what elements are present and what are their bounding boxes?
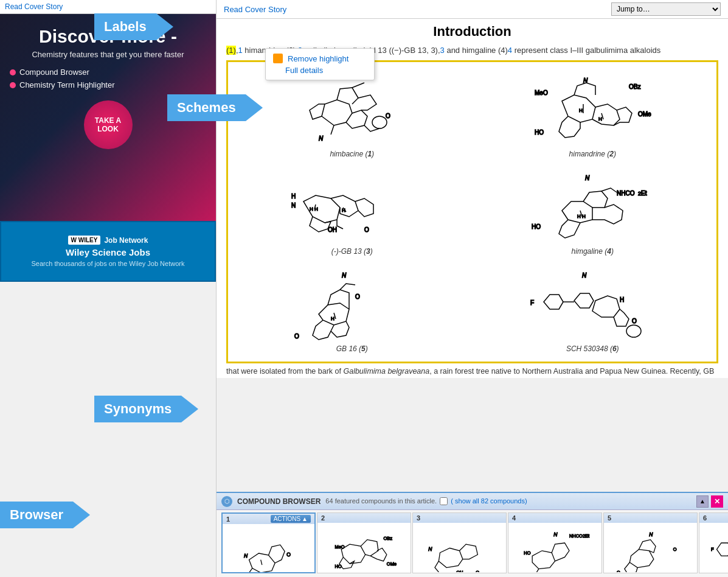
svg-text:O: O: [364, 226, 369, 233]
actions-arrow-1: ▲: [302, 516, 308, 522]
remove-highlight-label[interactable]: Remove highlight: [288, 54, 348, 63]
compound-card-4-header: 4: [508, 513, 601, 523]
svg-text:N: N: [649, 531, 653, 537]
compound-number-3: 3: [417, 514, 420, 522]
svg-point-1: [372, 116, 387, 128]
svg-text:Et: Et: [641, 190, 647, 197]
svg-line-2: [331, 125, 334, 135]
svg-text:H: H: [342, 208, 345, 213]
read-cover-link[interactable]: Read Cover Story: [5, 2, 63, 11]
compound-card-3[interactable]: 3 N OH O: [412, 512, 507, 573]
structure-cell-5: N O O H GB: [233, 262, 471, 357]
compound-card-1[interactable]: 1 ACTIONS ▲ N O: [221, 512, 316, 573]
structures-grid: N O himbacine (1) MeO OBz OMe: [233, 67, 712, 357]
ad-bullet-2: Chemistry Term Highlighter: [10, 80, 206, 89]
actions-button-1[interactable]: ACTIONS ▲: [271, 515, 311, 523]
compound-number-5: 5: [608, 514, 611, 522]
structure-cell-3: H N OH O H: [233, 164, 471, 259]
labels-arrow-callout: Labels: [94, 13, 173, 40]
compound-card-2-header: 2: [317, 513, 411, 523]
svg-text:N: N: [291, 202, 296, 209]
svg-text:OBz: OBz: [384, 536, 393, 541]
jump-to-dropdown[interactable]: Jump to…: [611, 2, 721, 16]
compound-structure-3: N OH O: [413, 523, 506, 573]
browser-arrow-callout: Browser: [0, 502, 90, 528]
compound-svg-3: N OH O: [413, 523, 506, 572]
ref-3[interactable]: 3: [440, 46, 445, 55]
read-cover-story[interactable]: Read Cover Story: [224, 5, 286, 14]
synonyms-arrow-label: Synonyms: [94, 396, 181, 422]
svg-point-41: [626, 325, 641, 337]
structure-label-1: himbacine (1): [330, 150, 374, 158]
article-content-area: Remove highlight Full details Introducti…: [217, 19, 728, 378]
compound-card-1-header: 1 ACTIONS ▲: [223, 514, 314, 524]
svg-text:OMe: OMe: [387, 561, 397, 567]
compound-number-6: 6: [703, 514, 707, 522]
compound-svg-5: N O O: [604, 523, 697, 572]
bullet-dot-2: [10, 82, 16, 88]
svg-text:N: N: [244, 553, 248, 559]
structure-label-2: himandrine (2): [569, 150, 616, 158]
compound-browser: ⬡ COMPOUND BROWSER 64 featured compounds…: [217, 492, 728, 577]
structure-label-5: GB 16 (5): [336, 344, 368, 353]
show-all-checkbox[interactable]: [440, 497, 448, 505]
job-banner: W WILEY Job Network Wiley Science Jobs S…: [0, 221, 216, 282]
labels-arrow-shape: Labels: [94, 13, 173, 40]
browser-arrow-shape: Browser: [0, 502, 90, 528]
svg-text:O: O: [673, 547, 677, 552]
svg-text:O: O: [286, 551, 291, 558]
svg-text:MeO: MeO: [335, 544, 345, 550]
svg-text:NHCO: NHCO: [617, 190, 635, 197]
actions-label-1: ACTIONS: [274, 516, 300, 522]
bullet-dot-1: [10, 69, 16, 75]
compound-browser-icon: ⬡: [221, 496, 232, 507]
browser-arrow-label: Browser: [0, 502, 73, 528]
svg-text:HO: HO: [524, 550, 530, 556]
compound-browser-count: 64 featured compounds in this article. (…: [325, 497, 692, 506]
collapse-button[interactable]: ▲: [696, 495, 709, 508]
show-all-compounds-link[interactable]: ( show all 82 compounds): [439, 497, 527, 505]
svg-text:O: O: [355, 293, 360, 300]
compound-number-1: 1: [226, 516, 230, 523]
close-button[interactable]: ✕: [711, 495, 723, 508]
synonyms-arrow-shape: Synonyms: [94, 396, 198, 422]
article-title: Introduction: [226, 24, 718, 40]
full-details-option[interactable]: Full details: [273, 66, 367, 75]
compound-card-2[interactable]: 2 MeO OBz OMe HO: [317, 512, 411, 573]
svg-text:MeO: MeO: [535, 89, 548, 96]
structure-cell-2: MeO OBz OMe HO N H: [474, 67, 712, 162]
bullet-label-1: Compound Browser: [19, 68, 89, 77]
ref-1[interactable]: 1: [238, 46, 243, 55]
compound-structure-5: N O O: [604, 523, 697, 573]
job-title: Wiley Science Jobs: [66, 247, 150, 257]
remove-highlight-option[interactable]: Remove highlight: [273, 54, 367, 63]
structure-cell-1: N O himbacine (1): [233, 67, 471, 162]
schemes-arrow-head: [246, 94, 263, 121]
svg-text:H H: H H: [577, 214, 586, 219]
ref-4[interactable]: 4: [508, 46, 512, 55]
structures-box: N O himbacine (1) MeO OBz OMe: [226, 60, 718, 363]
svg-text:O: O: [617, 570, 620, 572]
structure-himandrine: MeO OBz OMe HO N H: [525, 71, 659, 150]
svg-marker-58: [717, 543, 729, 556]
compound-card-3-header: 3: [413, 513, 506, 523]
browser-arrow-head: [73, 502, 90, 528]
compound-card-4[interactable]: 4 HO NHCO2Et N: [508, 512, 602, 573]
svg-text:N: N: [342, 272, 347, 279]
structure-gb16: N O O H: [285, 265, 419, 344]
svg-text:O: O: [476, 570, 479, 572]
article-scroll[interactable]: Remove highlight Full details Introducti…: [217, 19, 728, 511]
structure-himgaline: HO NHCO 2 Et N H H: [525, 168, 659, 247]
schemes-arrow-shape: Schemes: [167, 94, 263, 121]
highlight-tooltip: Remove highlight Full details: [265, 48, 375, 80]
svg-text:N: N: [553, 531, 558, 537]
compound-card-6[interactable]: 6 F N O: [699, 512, 728, 573]
wiley-logo-row: W WILEY Job Network: [68, 236, 148, 245]
take-look-button[interactable]: TAKE A LOOK: [84, 100, 133, 149]
job-network-label: Job Network: [104, 236, 148, 245]
compound-card-5[interactable]: 5 N O O: [603, 512, 698, 573]
body-text-1: that were isolated from the bark of Galb…: [226, 366, 718, 379]
svg-text:F: F: [530, 299, 534, 306]
svg-text:H H: H H: [310, 206, 318, 212]
svg-text:HO: HO: [335, 564, 342, 569]
